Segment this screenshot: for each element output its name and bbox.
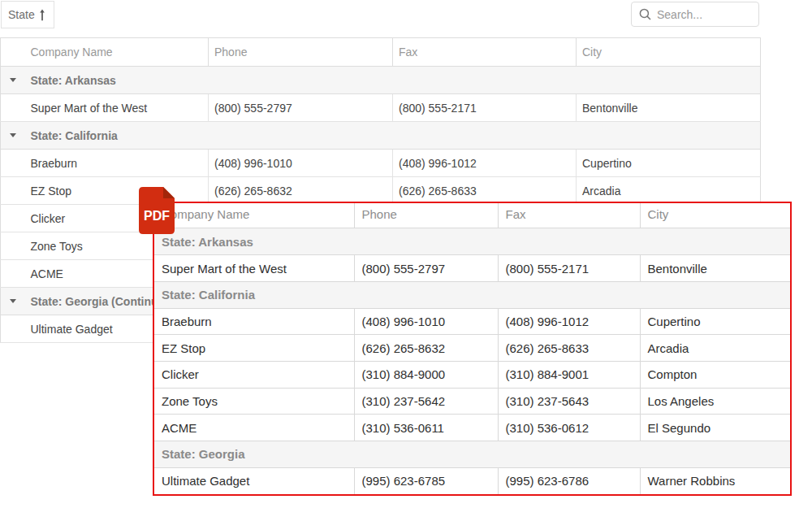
svg-text:PDF: PDF	[144, 209, 170, 223]
